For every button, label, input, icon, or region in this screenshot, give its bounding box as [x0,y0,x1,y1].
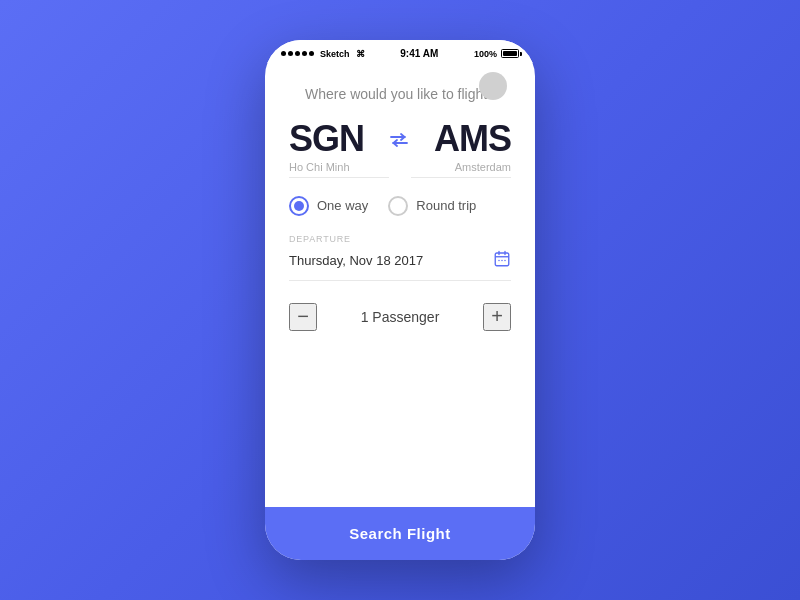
svg-point-1 [498,259,500,261]
divider-right [411,177,511,178]
status-right: 100% [474,49,519,59]
round-trip-radio[interactable] [388,196,408,216]
round-trip-label: Round trip [416,198,476,213]
svg-point-2 [501,259,503,261]
increment-passenger-button[interactable]: + [483,303,511,331]
one-way-label: One way [317,198,368,213]
departure-date: Thursday, Nov 18 2017 [289,253,423,268]
one-way-radio[interactable] [289,196,309,216]
destination-code: AMS [434,121,511,157]
departure-section: DEPARTURE Thursday, Nov 18 2017 [289,234,511,281]
one-way-option[interactable]: One way [289,196,368,216]
signal-dots [281,51,314,56]
destination-airport: AMS Amsterdam [434,121,511,173]
battery-icon [501,49,519,58]
passenger-count: 1 Passenger [361,309,440,325]
destination-name: Amsterdam [455,161,511,173]
origin-airport: SGN Ho Chi Minh [289,121,364,173]
svg-rect-0 [495,253,509,266]
battery-fill [503,51,517,56]
passenger-row: − 1 Passenger + [289,299,511,335]
time-display: 9:41 AM [400,48,438,59]
carrier-label: Sketch [320,49,350,59]
origin-code: SGN [289,121,364,157]
search-flight-button[interactable]: Search Flight [265,507,535,560]
status-bar: Sketch ⌘ 9:41 AM 100% [265,40,535,63]
divider-left [289,177,389,178]
trip-type-row: One way Round trip [289,196,511,216]
calendar-icon[interactable] [493,250,511,272]
decrement-passenger-button[interactable]: − [289,303,317,331]
origin-name: Ho Chi Minh [289,161,350,173]
heading-text: Where would you like to flight? [289,85,511,105]
svg-point-3 [504,259,506,261]
main-content: Where would you like to flight? SGN Ho C… [265,63,535,507]
battery-label: 100% [474,49,497,59]
status-left: Sketch ⌘ [281,49,365,59]
wifi-icon: ⌘ [356,49,365,59]
departure-row[interactable]: Thursday, Nov 18 2017 [289,250,511,281]
round-trip-option[interactable]: Round trip [388,196,476,216]
phone-frame: Sketch ⌘ 9:41 AM 100% Where would you li… [265,40,535,560]
airport-dividers [289,177,511,178]
airports-row: SGN Ho Chi Minh AMS Amsterdam [289,121,511,173]
home-button-indicator [479,72,507,100]
departure-label: DEPARTURE [289,234,511,244]
swap-icon[interactable] [389,133,409,147]
